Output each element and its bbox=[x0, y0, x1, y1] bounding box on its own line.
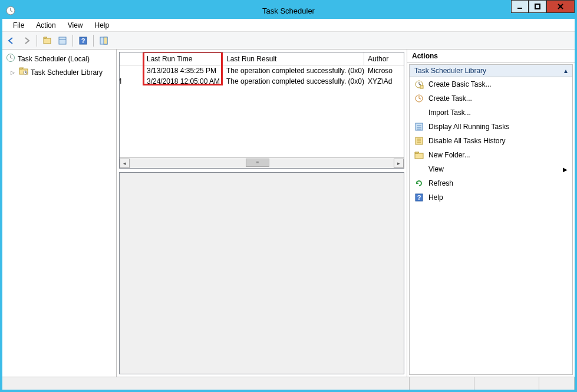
tree-root-label: Task Scheduler (Local) bbox=[18, 55, 90, 63]
window-title: Task Scheduler bbox=[262, 6, 315, 15]
action-label: Create Task... bbox=[428, 94, 472, 103]
cell-last-run-time: 3/24/2018 12:05:00 AM bbox=[143, 76, 223, 87]
col-author[interactable]: Author bbox=[364, 52, 404, 65]
action-disable-history[interactable]: Disable All Tasks History bbox=[410, 134, 572, 148]
svg-rect-13 bbox=[104, 37, 107, 44]
toolbar-separator bbox=[37, 35, 37, 47]
cell-author: XYZ\Ad bbox=[364, 76, 404, 87]
status-cell bbox=[539, 377, 575, 390]
window-controls bbox=[511, 2, 575, 19]
folder-icon bbox=[414, 150, 424, 160]
window: Task Scheduler File Action View Help ? T… bbox=[0, 0, 577, 392]
action-refresh[interactable]: Refresh bbox=[410, 176, 572, 190]
col-last-run-result[interactable]: Last Run Result bbox=[223, 52, 364, 65]
svg-rect-24 bbox=[420, 85, 423, 88]
wizard-icon bbox=[414, 80, 424, 89]
col-next-run[interactable] bbox=[120, 52, 143, 65]
action-label: Display All Running Tasks bbox=[428, 123, 509, 131]
action-label: View bbox=[428, 165, 444, 173]
col-last-run-time[interactable]: Last Run Time bbox=[143, 52, 223, 65]
action-label: New Folder... bbox=[428, 151, 470, 159]
action-label: Disable All Tasks History bbox=[428, 137, 506, 145]
clock-icon bbox=[6, 53, 15, 64]
back-button[interactable] bbox=[5, 34, 18, 47]
menu-file[interactable]: File bbox=[7, 20, 30, 31]
scroll-thumb[interactable]: ≡ bbox=[246, 159, 269, 167]
collapse-icon[interactable]: ▴ bbox=[564, 67, 568, 75]
cell-last-run-result: The operation completed successfully. (0… bbox=[223, 65, 364, 76]
help-icon: ? bbox=[414, 193, 424, 202]
action-view[interactable]: View ▶ bbox=[410, 162, 572, 176]
status-cell bbox=[474, 377, 539, 390]
horizontal-scrollbar[interactable]: ◂ ≡ ▸ bbox=[120, 157, 404, 168]
action-create-task[interactable]: Create Task... bbox=[410, 91, 572, 106]
action-label: Import Task... bbox=[428, 108, 471, 117]
maximize-button[interactable] bbox=[529, 0, 546, 13]
history-icon bbox=[414, 136, 424, 146]
menubar: File Action View Help bbox=[2, 19, 575, 32]
tree-library-label: Task Scheduler Library bbox=[31, 68, 103, 77]
detail-pane bbox=[119, 172, 404, 374]
cell-next-run: :00 AM bbox=[120, 76, 143, 87]
scroll-track[interactable]: ≡ bbox=[130, 159, 394, 168]
titlebar: Task Scheduler bbox=[2, 2, 575, 19]
middle-pane: Last Run Time Last Run Result Author 3/1… bbox=[117, 50, 407, 377]
svg-text:?: ? bbox=[417, 194, 421, 201]
svg-text:?: ? bbox=[81, 37, 85, 44]
table-row[interactable]: 3/13/2018 4:35:25 PM The operation compl… bbox=[120, 65, 404, 76]
actions-pane: Actions Task Scheduler Library ▴ Create … bbox=[407, 50, 575, 377]
svg-rect-36 bbox=[415, 153, 423, 159]
tree-library[interactable]: ▷ Task Scheduler Library bbox=[4, 65, 115, 79]
help-button[interactable]: ? bbox=[77, 34, 90, 47]
toolbar-separator bbox=[72, 35, 73, 47]
status-cell bbox=[410, 377, 474, 390]
actions-section-title[interactable]: Task Scheduler Library ▴ bbox=[410, 65, 572, 77]
scroll-left-button[interactable]: ◂ bbox=[120, 159, 130, 168]
action-label: Help bbox=[428, 193, 443, 202]
task-list: Last Run Time Last Run Result Author 3/1… bbox=[119, 52, 404, 169]
action-label: Refresh bbox=[428, 179, 453, 187]
statusbar bbox=[2, 377, 575, 390]
refresh-icon bbox=[414, 179, 424, 188]
blank-icon bbox=[414, 108, 424, 117]
action-help[interactable]: ? Help bbox=[410, 190, 572, 205]
tree-pane: Task Scheduler (Local) ▷ Task Scheduler … bbox=[2, 50, 117, 377]
action-import-task[interactable]: Import Task... bbox=[410, 106, 572, 120]
close-button[interactable] bbox=[546, 0, 575, 13]
up-button[interactable] bbox=[41, 34, 54, 47]
table-row[interactable]: :00 AM 3/24/2018 12:05:00 AM The operati… bbox=[120, 76, 404, 87]
svg-rect-7 bbox=[44, 38, 51, 44]
actions-section-label: Task Scheduler Library bbox=[414, 67, 486, 75]
content-area: Task Scheduler (Local) ▷ Task Scheduler … bbox=[2, 50, 575, 377]
action-create-basic-task[interactable]: Create Basic Task... bbox=[410, 77, 572, 91]
chevron-right-icon: ▶ bbox=[563, 166, 568, 173]
menu-action[interactable]: Action bbox=[30, 20, 61, 31]
action-label: Create Basic Task... bbox=[428, 80, 492, 88]
folder-icon bbox=[19, 67, 28, 78]
cell-next-run bbox=[120, 65, 143, 76]
app-icon bbox=[6, 6, 15, 15]
table-header-row: Last Run Time Last Run Result Author bbox=[120, 52, 404, 65]
toolbar: ? bbox=[2, 32, 575, 50]
minimize-button[interactable] bbox=[511, 0, 529, 13]
expand-icon[interactable]: ▷ bbox=[11, 70, 17, 75]
cell-author: Microso bbox=[364, 65, 404, 76]
list-icon bbox=[414, 122, 424, 131]
forward-button[interactable] bbox=[20, 34, 33, 47]
action-display-running[interactable]: Display All Running Tasks bbox=[410, 120, 572, 134]
properties-button[interactable] bbox=[56, 34, 69, 47]
scroll-right-button[interactable]: ▸ bbox=[394, 159, 404, 168]
action-new-folder[interactable]: New Folder... bbox=[410, 148, 572, 162]
show-hide-button[interactable] bbox=[97, 34, 110, 47]
actions-body: Task Scheduler Library ▴ Create Basic Ta… bbox=[409, 64, 573, 375]
blank-icon bbox=[414, 164, 424, 174]
toolbar-separator bbox=[93, 35, 94, 47]
tree-root[interactable]: Task Scheduler (Local) bbox=[4, 52, 115, 65]
svg-rect-4 bbox=[535, 4, 540, 9]
task-icon bbox=[414, 94, 424, 103]
menu-help[interactable]: Help bbox=[89, 20, 116, 31]
cell-last-run-time: 3/13/2018 4:35:25 PM bbox=[143, 65, 223, 76]
menu-view[interactable]: View bbox=[62, 20, 89, 31]
status-cell bbox=[2, 377, 410, 390]
svg-rect-8 bbox=[59, 37, 66, 44]
